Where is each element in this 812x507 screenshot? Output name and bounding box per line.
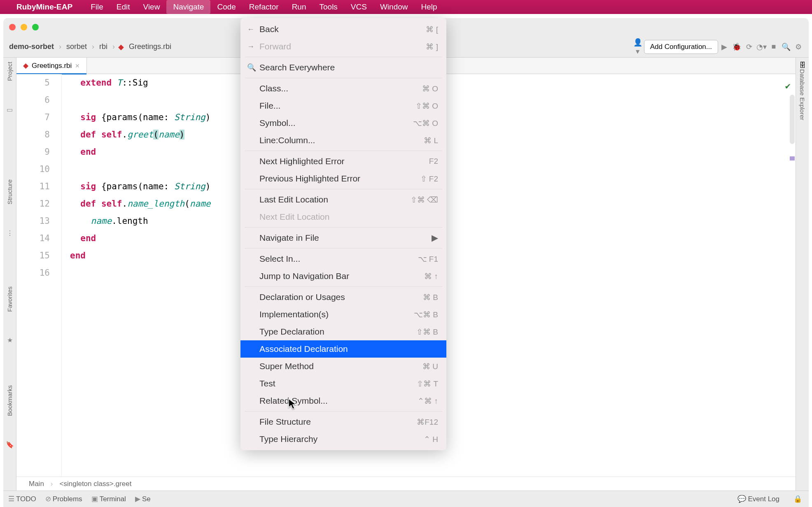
menu-item-label: Previous Highlighted Error [259,174,420,184]
search-icon[interactable]: 🔍 [780,42,792,51]
star-icon[interactable]: ★ [7,336,13,344]
editor-breadcrumb: Main › <singleton class>.greet [16,477,796,491]
tool-problems[interactable]: ⊘Problems [45,495,82,503]
breadcrumb-method[interactable]: <singleton class>.greet [60,480,132,488]
menu-navigate[interactable]: Navigate [166,0,210,14]
tool-project[interactable]: Project [6,62,13,81]
menu-file[interactable]: File [84,0,110,14]
editor-marker[interactable] [790,156,795,160]
chevron-right-icon: › [59,42,61,51]
menu-item-symbol[interactable]: Symbol...⌥⌘ O [240,114,446,132]
line-number: 10 [16,160,50,178]
crumb-project[interactable]: demo-sorbet [7,41,56,53]
menu-view[interactable]: View [137,0,167,14]
app-name[interactable]: RubyMine-EAP [16,2,72,12]
tool-structure[interactable]: Structure [6,179,13,205]
chevron-right-icon: › [92,42,94,51]
close-tab-icon[interactable]: ✕ [75,63,80,69]
menu-vcs[interactable]: VCS [344,0,373,14]
menu-edit[interactable]: Edit [110,0,137,14]
menu-item-file[interactable]: File...⇧⌘ O [240,97,446,114]
menu-help[interactable]: Help [415,0,444,14]
menu-item-test[interactable]: Test⇧⌘ T [240,375,446,392]
menu-run[interactable]: Run [285,0,313,14]
menu-item-label: Class... [259,84,422,93]
menu-item-declaration-or-usages[interactable]: Declaration or Usages⌘ B [240,288,446,306]
menu-item-label: Super Method [259,361,422,371]
minimize-window-button[interactable] [21,24,27,30]
menu-item-line-column[interactable]: Line:Column...⌘ L [240,132,446,149]
coverage-icon[interactable]: ⟳ [743,42,755,51]
menu-shortcut: ⌘ ↑ [424,272,438,281]
tool-services[interactable]: ▶Se [135,495,151,503]
menu-shortcut: ⌘ L [424,136,438,145]
gutter: 5678910111213141516 [16,74,62,477]
debug-icon[interactable]: 🐞 [730,42,743,51]
menu-window[interactable]: Window [373,0,415,14]
bookmark-icon[interactable]: 🔖 [6,441,14,449]
menu-item-super-method[interactable]: Super Method⌘ U [240,358,446,375]
menu-item-previous-highlighted-error[interactable]: Previous Highlighted Error⇧ F2 [240,170,446,187]
menu-item-label: Forward [259,42,426,51]
menu-item-label: File... [259,101,415,111]
project-collapse-icon[interactable]: ▭ [7,106,13,114]
add-configuration-button[interactable]: Add Configuration... [644,40,718,54]
chevron-right-icon: ▶ [432,233,438,243]
scrollbar-thumb[interactable] [790,95,795,144]
run-icon[interactable]: ▶ [718,42,730,51]
tab-greetings[interactable]: ◆ Greetings.rbi ✕ [16,58,87,74]
line-number: 16 [16,264,50,281]
tool-favorites[interactable]: Favorites [6,286,13,312]
menu-code[interactable]: Code [210,0,242,14]
menu-item-implementation-s[interactable]: Implementation(s)⌥⌘ B [240,306,446,323]
tool-todo[interactable]: ☰TODO [8,495,36,503]
database-icon[interactable]: 🗄 [799,62,806,69]
menu-item-type-declaration[interactable]: Type Declaration⇧⌘ B [240,323,446,340]
menu-item-last-edit-location[interactable]: Last Edit Location⇧⌘ ⌫ [240,191,446,208]
menu-item-related-symbol[interactable]: Related Symbol...⌃⌘ ↑ [240,392,446,409]
breadcrumb-module[interactable]: Main [29,480,44,488]
tool-bookmarks[interactable]: Bookmarks [6,385,13,416]
menu-item-file-structure[interactable]: File Structure⌘F12 [240,413,446,430]
menu-item-select-in[interactable]: Select In...⌥ F1 [240,250,446,267]
menu-item-label: Search Everywhere [259,63,438,72]
menu-item-search-everywhere[interactable]: 🔍Search Everywhere [240,59,446,76]
settings-icon[interactable]: ⚙ [792,42,805,51]
terminal-icon: ▣ [91,495,98,503]
navigate-menu-dropdown: ←Back⌘ [→Forward⌘ ]🔍Search EverywhereCla… [240,18,446,450]
crumb-file[interactable]: Greetings.rbi [127,41,173,53]
structure-icon[interactable]: ⋮ [7,229,13,237]
tool-terminal[interactable]: ▣Terminal [91,495,126,503]
stop-icon[interactable]: ■ [768,42,780,51]
menu-item-label: Type Hierarchy [259,434,424,444]
status-lock-icon[interactable]: 🔒 [793,495,802,503]
menu-item-label: Declaration or Usages [259,292,423,302]
tool-database[interactable]: Database Explorer [799,69,806,120]
maximize-window-button[interactable] [32,24,39,30]
menu-item-back[interactable]: ←Back⌘ [ [240,21,446,38]
crumb-folder-1[interactable]: sorbet [65,41,89,53]
close-window-button[interactable] [9,24,16,30]
menu-refactor[interactable]: Refactor [243,0,285,14]
menu-shortcut: ⇧ F2 [420,174,438,184]
chevron-right-icon: › [112,42,115,51]
crumb-folder-2[interactable]: rbi [98,41,109,53]
menu-item-type-hierarchy[interactable]: Type Hierarchy⌃ H [240,430,446,448]
profiler-icon[interactable]: ◔▾ [755,42,768,51]
menu-item-label: Related Symbol... [259,396,418,406]
menu-item-jump-to-navigation-bar[interactable]: Jump to Navigation Bar⌘ ↑ [240,267,446,285]
user-dropdown-icon[interactable]: 👤▾ [632,38,644,56]
menu-tools[interactable]: Tools [313,0,344,14]
menu-shortcut: ⌘ B [423,293,438,302]
menu-item-label: Test [259,379,417,388]
menu-item-class[interactable]: Class...⌘ O [240,80,446,97]
menu-item-associated-declaration[interactable]: Associated Declaration [240,340,446,358]
menu-shortcut: ⌃ H [424,435,438,444]
ruby-file-icon: ◆ [118,42,124,51]
line-number: 6 [16,91,50,109]
event-log[interactable]: 💬Event Log [737,495,779,503]
line-number: 12 [16,195,50,212]
editor-scrollbar[interactable] [790,95,795,432]
menu-item-next-highlighted-error[interactable]: Next Highlighted ErrorF2 [240,153,446,170]
menu-item-navigate-in-file[interactable]: Navigate in File▶ [240,229,446,247]
